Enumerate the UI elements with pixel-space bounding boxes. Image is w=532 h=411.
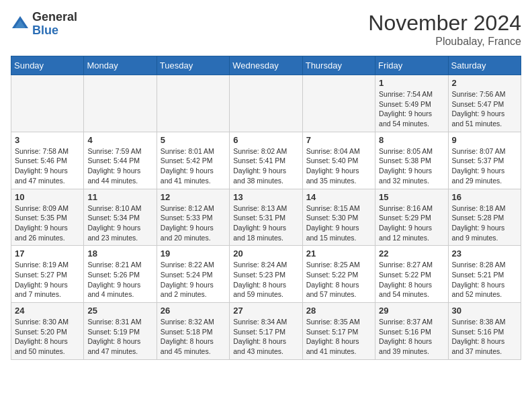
day-info: Sunrise: 8:24 AMSunset: 5:23 PMDaylight:… [233, 260, 298, 300]
calendar-day-14: 14Sunrise: 8:15 AMSunset: 5:30 PMDayligh… [302, 189, 375, 246]
logo-icon [11, 15, 30, 34]
day-info: Sunrise: 8:09 AMSunset: 5:35 PMDaylight:… [15, 203, 80, 243]
title-block: November 2024 Ploubalay, France [368, 11, 521, 48]
calendar-day-7: 7Sunrise: 8:04 AMSunset: 5:40 PMDaylight… [302, 132, 375, 189]
calendar-day-12: 12Sunrise: 8:12 AMSunset: 5:33 PMDayligh… [157, 189, 229, 246]
day-info: Sunrise: 7:56 AMSunset: 5:47 PMDaylight:… [452, 89, 517, 129]
location: Ploubalay, France [368, 36, 521, 48]
calendar-day-28: 28Sunrise: 8:35 AMSunset: 5:17 PMDayligh… [302, 303, 375, 360]
calendar-day-16: 16Sunrise: 8:18 AMSunset: 5:28 PMDayligh… [448, 189, 521, 246]
calendar-week-5: 24Sunrise: 8:30 AMSunset: 5:20 PMDayligh… [11, 303, 521, 360]
day-info: Sunrise: 8:02 AMSunset: 5:41 PMDaylight:… [233, 146, 298, 186]
day-number: 19 [161, 248, 226, 259]
weekday-header-wednesday: Wednesday [230, 56, 302, 75]
day-number: 4 [87, 135, 152, 145]
day-number: 3 [15, 135, 80, 145]
logo: General Blue [11, 11, 77, 38]
day-info: Sunrise: 7:58 AMSunset: 5:46 PMDaylight:… [15, 146, 80, 186]
calendar-day-26: 26Sunrise: 8:32 AMSunset: 5:18 PMDayligh… [157, 303, 229, 360]
day-number: 2 [452, 78, 517, 88]
day-info: Sunrise: 8:01 AMSunset: 5:42 PMDaylight:… [161, 146, 226, 186]
day-info: Sunrise: 8:16 AMSunset: 5:29 PMDaylight:… [379, 203, 444, 243]
day-info: Sunrise: 8:12 AMSunset: 5:33 PMDaylight:… [161, 203, 226, 243]
day-info: Sunrise: 8:13 AMSunset: 5:31 PMDaylight:… [233, 203, 298, 243]
day-info: Sunrise: 8:37 AMSunset: 5:16 PMDaylight:… [379, 317, 444, 357]
day-info: Sunrise: 8:21 AMSunset: 5:26 PMDaylight:… [87, 260, 152, 300]
calendar-week-3: 10Sunrise: 8:09 AMSunset: 5:35 PMDayligh… [11, 189, 521, 246]
day-info: Sunrise: 8:25 AMSunset: 5:22 PMDaylight:… [306, 260, 371, 300]
day-info: Sunrise: 8:15 AMSunset: 5:30 PMDaylight:… [306, 203, 371, 243]
day-number: 20 [233, 248, 298, 259]
calendar-day-27: 27Sunrise: 8:34 AMSunset: 5:17 PMDayligh… [230, 303, 302, 360]
day-number: 18 [87, 248, 152, 259]
day-info: Sunrise: 8:38 AMSunset: 5:16 PMDaylight:… [452, 317, 517, 357]
month-title: November 2024 [368, 11, 521, 36]
day-number: 14 [306, 192, 371, 202]
day-info: Sunrise: 7:59 AMSunset: 5:44 PMDaylight:… [87, 146, 152, 186]
calendar-table: SundayMondayTuesdayWednesdayThursdayFrid… [11, 56, 521, 360]
day-info: Sunrise: 8:22 AMSunset: 5:24 PMDaylight:… [161, 260, 226, 300]
weekday-header-sunday: Sunday [11, 56, 84, 75]
page-header: General Blue November 2024 Ploubalay, Fr… [11, 11, 521, 48]
day-info: Sunrise: 8:30 AMSunset: 5:20 PMDaylight:… [15, 317, 80, 357]
empty-day [11, 75, 84, 132]
calendar-day-9: 9Sunrise: 8:07 AMSunset: 5:37 PMDaylight… [448, 132, 521, 189]
day-info: Sunrise: 8:32 AMSunset: 5:18 PMDaylight:… [161, 317, 226, 357]
day-number: 10 [15, 192, 80, 202]
calendar-day-24: 24Sunrise: 8:30 AMSunset: 5:20 PMDayligh… [11, 303, 84, 360]
day-number: 16 [452, 192, 517, 202]
weekday-header-thursday: Thursday [302, 56, 375, 75]
day-info: Sunrise: 8:05 AMSunset: 5:38 PMDaylight:… [379, 146, 444, 186]
empty-day [230, 75, 302, 132]
calendar-day-1: 1Sunrise: 7:54 AMSunset: 5:49 PMDaylight… [375, 75, 448, 132]
day-info: Sunrise: 8:28 AMSunset: 5:21 PMDaylight:… [452, 260, 517, 300]
day-info: Sunrise: 8:35 AMSunset: 5:17 PMDaylight:… [306, 317, 371, 357]
calendar-day-6: 6Sunrise: 8:02 AMSunset: 5:41 PMDaylight… [230, 132, 302, 189]
day-info: Sunrise: 8:34 AMSunset: 5:17 PMDaylight:… [233, 317, 298, 357]
day-number: 21 [306, 248, 371, 259]
day-info: Sunrise: 8:10 AMSunset: 5:34 PMDaylight:… [87, 203, 152, 243]
day-number: 26 [161, 306, 226, 316]
empty-day [84, 75, 157, 132]
calendar-day-2: 2Sunrise: 7:56 AMSunset: 5:47 PMDaylight… [448, 75, 521, 132]
calendar-day-25: 25Sunrise: 8:31 AMSunset: 5:19 PMDayligh… [84, 303, 157, 360]
weekday-header-saturday: Saturday [448, 56, 521, 75]
logo-blue: Blue [32, 24, 58, 37]
day-number: 25 [87, 306, 152, 316]
day-number: 1 [379, 78, 444, 88]
calendar-day-8: 8Sunrise: 8:05 AMSunset: 5:38 PMDaylight… [375, 132, 448, 189]
weekday-header-friday: Friday [375, 56, 448, 75]
day-number: 27 [233, 306, 298, 316]
day-info: Sunrise: 8:31 AMSunset: 5:19 PMDaylight:… [87, 317, 152, 357]
day-number: 29 [379, 306, 444, 316]
calendar-day-19: 19Sunrise: 8:22 AMSunset: 5:24 PMDayligh… [157, 246, 229, 303]
day-number: 15 [379, 192, 444, 202]
day-number: 8 [379, 135, 444, 145]
calendar-day-23: 23Sunrise: 8:28 AMSunset: 5:21 PMDayligh… [448, 246, 521, 303]
calendar-day-17: 17Sunrise: 8:19 AMSunset: 5:27 PMDayligh… [11, 246, 84, 303]
day-number: 9 [452, 135, 517, 145]
calendar-day-10: 10Sunrise: 8:09 AMSunset: 5:35 PMDayligh… [11, 189, 84, 246]
day-number: 23 [452, 248, 517, 259]
day-number: 5 [161, 135, 226, 145]
day-info: Sunrise: 7:54 AMSunset: 5:49 PMDaylight:… [379, 89, 444, 129]
calendar-day-11: 11Sunrise: 8:10 AMSunset: 5:34 PMDayligh… [84, 189, 157, 246]
calendar-day-18: 18Sunrise: 8:21 AMSunset: 5:26 PMDayligh… [84, 246, 157, 303]
calendar-day-15: 15Sunrise: 8:16 AMSunset: 5:29 PMDayligh… [375, 189, 448, 246]
day-number: 13 [233, 192, 298, 202]
day-number: 28 [306, 306, 371, 316]
calendar-day-3: 3Sunrise: 7:58 AMSunset: 5:46 PMDaylight… [11, 132, 84, 189]
day-number: 24 [15, 306, 80, 316]
empty-day [157, 75, 229, 132]
day-number: 17 [15, 248, 80, 259]
calendar-day-4: 4Sunrise: 7:59 AMSunset: 5:44 PMDaylight… [84, 132, 157, 189]
calendar-day-21: 21Sunrise: 8:25 AMSunset: 5:22 PMDayligh… [302, 246, 375, 303]
day-info: Sunrise: 8:18 AMSunset: 5:28 PMDaylight:… [452, 203, 517, 243]
logo-general: General [32, 10, 77, 24]
calendar-week-4: 17Sunrise: 8:19 AMSunset: 5:27 PMDayligh… [11, 246, 521, 303]
empty-day [302, 75, 375, 132]
day-info: Sunrise: 8:19 AMSunset: 5:27 PMDaylight:… [15, 260, 80, 300]
day-number: 6 [233, 135, 298, 145]
day-info: Sunrise: 8:27 AMSunset: 5:22 PMDaylight:… [379, 260, 444, 300]
day-number: 11 [87, 192, 152, 202]
